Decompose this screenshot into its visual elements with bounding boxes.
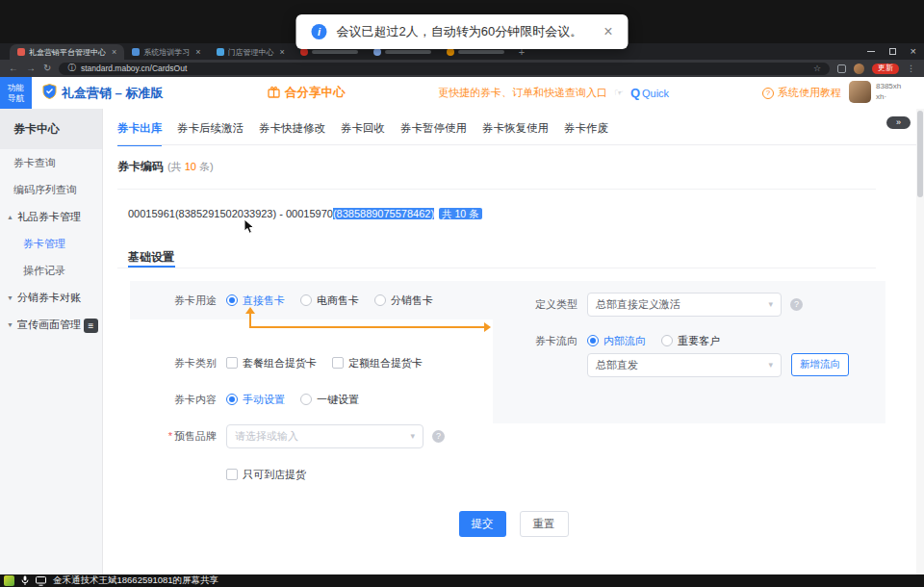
user-account[interactable]: 8385xh xh· — [849, 81, 901, 103]
add-flow-button[interactable]: 新增流向 — [791, 353, 849, 376]
tab-card-activate[interactable]: 券卡后续激活 — [177, 121, 244, 146]
sidebar-group-gift-card-mgmt[interactable]: ▲ 礼品券卡管理 — [0, 203, 102, 230]
sidebar-title: 券卡中心 — [0, 109, 102, 149]
radio-important-customer[interactable]: 重要客户 — [661, 334, 720, 348]
screen-share-icon[interactable] — [36, 573, 46, 587]
tab-card-suspend[interactable]: 券卡暂停使用 — [400, 121, 467, 146]
annotation-arrow-horizontal — [249, 326, 486, 328]
radio-label: 重要客户 — [678, 334, 720, 348]
browser-tab[interactable]: 门店管理中心 × — [209, 44, 293, 60]
field-label: 定义类型 — [493, 297, 578, 312]
back-icon[interactable]: ← — [9, 64, 18, 73]
checkbox-combo-pickup-card[interactable]: 套餐组合提货卡 — [226, 356, 317, 370]
site-info-icon[interactable]: ⓘ — [67, 63, 76, 74]
address-bar[interactable]: ⓘ standard.maboy.cn/CardsOut ☆ — [59, 63, 830, 75]
radio-direct-sale[interactable]: 直接售卡 — [226, 294, 285, 308]
pointer-icon: ☞ — [614, 87, 624, 99]
sidebar-group-distribution-card[interactable]: ▼ 分销券卡对账 — [0, 284, 102, 311]
sidebar-item-card-query[interactable]: 券卡查询 — [0, 149, 102, 176]
sidebar-item-operation-log[interactable]: 操作记录 — [0, 257, 102, 284]
radio-distribution-sale[interactable]: 分销售卡 — [374, 294, 433, 308]
sidebar-collapse-toggle[interactable]: ≡ — [84, 319, 98, 333]
tab-close-icon[interactable]: × — [280, 48, 285, 57]
count-prefix: (共 — [167, 161, 185, 172]
tab-card-void[interactable]: 券卡作废 — [564, 121, 608, 146]
reload-icon[interactable]: ↻ — [43, 64, 51, 73]
tab-card-recycle[interactable]: 券卡回收 — [341, 121, 385, 146]
field-label: *预售品牌 — [130, 429, 217, 444]
triangle-down-icon: ▼ — [7, 294, 13, 301]
sharing-app-logo — [4, 575, 14, 586]
window-controls: × — [867, 43, 916, 60]
mouse-cursor — [244, 218, 255, 239]
share-center-link[interactable]: 合分享中心 — [268, 77, 346, 109]
annotation-arrowhead-right — [484, 322, 491, 332]
flow-channel-select[interactable]: 总部直发 ▾ — [587, 353, 782, 377]
toast-close-icon[interactable]: × — [603, 24, 612, 39]
section-title-basic-settings: 基础设置 — [128, 249, 174, 266]
promo-text: 更快捷的券卡、订单和快递查询入口 — [438, 86, 607, 100]
card-code-range: 00015961(8385291502033923) - 00015970(83… — [128, 208, 482, 221]
microphone-icon[interactable] — [21, 573, 29, 587]
tab-title: 礼盒营销平台管理中心 — [29, 47, 106, 58]
info-icon: i — [311, 24, 326, 39]
count-suffix: 条) — [196, 161, 214, 172]
definition-type-select[interactable]: 总部直接定义激活 ▾ — [587, 293, 782, 317]
submit-button[interactable]: 提交 — [459, 511, 506, 537]
radio-off-icon — [374, 294, 386, 306]
sidebar-item-code-sequence-query[interactable]: 编码序列查询 — [0, 176, 102, 203]
checkbox-fixed-combo-pickup-card[interactable]: 定额组合提货卡 — [332, 356, 423, 370]
radio-manual-setup[interactable]: 手动设置 — [226, 393, 285, 407]
section-title-card-codes: 券卡编码(共 10 条) — [117, 159, 214, 175]
tab-close-icon[interactable]: × — [112, 48, 116, 57]
code-text: 00015961(8385291502033923) - 00015970 — [128, 208, 333, 219]
maximize-icon[interactable] — [889, 48, 896, 55]
chevron-down-icon: ▾ — [768, 361, 773, 370]
checkbox-store-pickup-only[interactable]: 只可到店提货 — [226, 468, 306, 482]
sidebar-item-label: 分销券卡对账 — [17, 291, 81, 305]
browser-menu-icon[interactable]: ⋮ — [907, 64, 915, 73]
browser-tab-active[interactable]: 礼盒营销平台管理中心 × — [10, 44, 124, 60]
definition-type-value: 总部直接定义激活 — [596, 297, 680, 312]
scrollbar-thumb[interactable] — [917, 111, 923, 197]
count-number: 10 — [185, 161, 196, 172]
tab-card-resume[interactable]: 券卡恢复使用 — [482, 121, 549, 146]
browser-update-button[interactable]: 更新 — [872, 64, 899, 74]
tab-title-ghost — [312, 50, 358, 54]
tab-card-outbound[interactable]: 券卡出库 — [117, 121, 162, 146]
tab-title: 门店管理中心 — [228, 47, 274, 58]
quick-link[interactable]: Q Quick — [630, 86, 669, 100]
reset-button[interactable]: 重置 — [520, 511, 569, 537]
sidebar-item-card-mgmt[interactable]: 券卡管理 — [0, 230, 102, 257]
required-asterisk: * — [168, 430, 172, 442]
function-nav-button[interactable]: 功能 导航 — [0, 77, 32, 109]
flow-channel-value: 总部直发 — [596, 358, 638, 372]
collapse-panel-button[interactable]: » — [886, 116, 911, 129]
minimize-icon[interactable] — [867, 51, 875, 52]
checkbox-icon — [332, 357, 344, 369]
code-count: (共 10 条) — [167, 161, 214, 172]
browser-profile-avatar[interactable] — [854, 64, 864, 74]
nav-toggle-line2: 导航 — [8, 93, 24, 104]
field-definition-type: 定义类型 总部直接定义激活 ▾ ? — [493, 292, 803, 317]
forward-icon[interactable]: → — [26, 64, 36, 73]
close-window-icon[interactable]: × — [911, 46, 916, 57]
radio-ecommerce-sale[interactable]: 电商售卡 — [300, 294, 359, 308]
field-label-text: 预售品牌 — [174, 430, 217, 442]
brand-select[interactable]: 请选择或输入 ▾ — [226, 424, 424, 448]
field-card-flow: 券卡流向 内部流向 重要客户 — [493, 328, 735, 353]
bookmark-star-icon[interactable]: ☆ — [813, 64, 821, 73]
browser-tab[interactable]: 系统培训学习 × — [124, 44, 208, 60]
radio-internal-flow[interactable]: 内部流向 — [587, 334, 646, 348]
tab-close-icon[interactable]: × — [195, 48, 200, 57]
chevron-down-icon: ▾ — [768, 300, 773, 309]
radio-one-click-setup[interactable]: 一键设置 — [300, 393, 359, 407]
tab-card-quick-edit[interactable]: 券卡快捷修改 — [259, 121, 325, 146]
tutorial-link[interactable]: ? 系统使用教程 — [762, 77, 841, 109]
browser-toolbar: ← → ↻ ⓘ standard.maboy.cn/CardsOut ☆ 更新 … — [0, 60, 924, 77]
radio-off-icon — [300, 294, 312, 306]
scrollbar[interactable] — [916, 109, 924, 574]
app-header: 功能 导航 礼盒营销 – 标准版 合分享中心 更快捷的券卡、订单和快递查询入口 … — [0, 77, 924, 109]
radio-label: 一键设置 — [317, 393, 359, 407]
extensions-icon[interactable] — [837, 64, 846, 73]
